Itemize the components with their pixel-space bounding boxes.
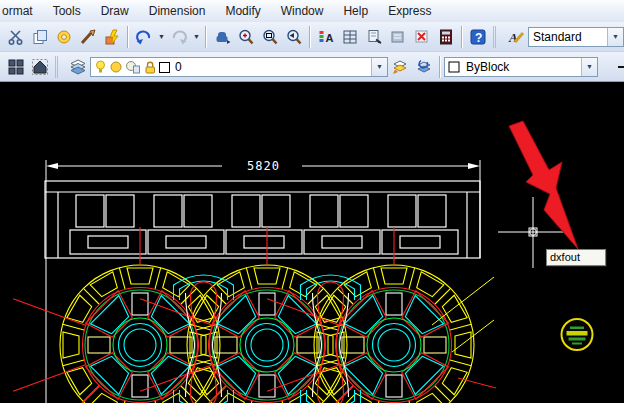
layer-previous-icon[interactable]: [412, 54, 436, 80]
dimension-text: 5820: [247, 159, 280, 173]
menu-modify[interactable]: Modify: [215, 0, 270, 22]
pan-icon[interactable]: [210, 24, 234, 50]
zoom-realtime-icon[interactable]: [234, 24, 258, 50]
layers-icon[interactable]: [66, 54, 90, 80]
square-panels: [76, 195, 446, 227]
watermark-logo: [562, 319, 593, 350]
autocad-window: ormat Tools Draw Dimension Modify Window…: [0, 0, 624, 403]
help-icon[interactable]: ?: [466, 24, 490, 50]
layer-thaw-sun-icon[interactable]: [109, 59, 123, 75]
menu-help[interactable]: Help: [333, 0, 378, 22]
construction-line-red: [458, 378, 496, 388]
zoom-previous-icon[interactable]: [282, 24, 306, 50]
menu-tools[interactable]: Tools: [43, 0, 91, 22]
layer-color-swatch[interactable]: [159, 59, 171, 75]
markup-icon[interactable]: [410, 24, 434, 50]
drawing-area[interactable]: 5820: [0, 82, 624, 403]
text-style-icon[interactable]: A: [504, 24, 528, 50]
design-center-icon[interactable]: [338, 24, 362, 50]
color-dropdown-icon[interactable]: ▼: [581, 58, 597, 76]
paste-icon[interactable]: [52, 24, 76, 50]
copy-icon[interactable]: [28, 24, 52, 50]
rosette-wheels: [13, 227, 496, 403]
menu-window[interactable]: Window: [271, 0, 334, 22]
layer-states-icon[interactable]: [388, 54, 412, 80]
svg-text:A: A: [326, 32, 334, 44]
text-style-combobox[interactable]: Standard ▼: [528, 27, 624, 47]
layer-combobox[interactable]: 0 ▼: [90, 57, 388, 77]
cabinet-panel: [45, 181, 480, 258]
annotation-arrow: [509, 121, 578, 249]
toolbar-separator: [439, 56, 441, 78]
standard-toolbar: ▼ ▼ A: [0, 22, 624, 52]
toolbar-separator: [127, 26, 129, 48]
current-color-swatch: [448, 59, 462, 75]
text-style-value: Standard: [529, 30, 607, 44]
undo-dropdown-icon[interactable]: ▼: [156, 25, 167, 49]
cad-drawing: 5820: [0, 82, 624, 403]
color-value: ByBlock: [462, 60, 581, 74]
color-combobox[interactable]: ByBlock ▼: [444, 57, 598, 77]
cut-icon[interactable]: [4, 24, 28, 50]
properties-icon[interactable]: A: [314, 24, 338, 50]
clipped-line-icon[interactable]: [616, 55, 624, 79]
svg-text:?: ?: [475, 30, 482, 44]
layer-on-bulb-icon[interactable]: [94, 59, 107, 75]
layer-freeze-viewport-icon[interactable]: [125, 59, 141, 75]
command-tooltip: dxfout: [546, 249, 606, 266]
layer-lock-icon[interactable]: [143, 59, 157, 75]
sheet-set-manager-icon[interactable]: [386, 24, 410, 50]
svg-text:A: A: [508, 30, 518, 45]
construction-lines-yellow: [432, 277, 494, 352]
zoom-window-icon[interactable]: [258, 24, 282, 50]
match-properties-icon[interactable]: [76, 24, 100, 50]
toolbar-separator: [205, 26, 207, 48]
home-icon[interactable]: [28, 54, 52, 80]
undo-icon[interactable]: [132, 24, 156, 50]
menu-express[interactable]: Express: [378, 0, 441, 22]
toolbar-separator: [309, 26, 311, 48]
toolbar-grip[interactable]: [493, 26, 501, 48]
redo-dropdown-icon[interactable]: ▼: [191, 25, 202, 49]
menu-dimension[interactable]: Dimension: [139, 0, 216, 22]
menu-bar: ormat Tools Draw Dimension Modify Window…: [0, 0, 624, 23]
layer-dropdown-icon[interactable]: ▼: [371, 58, 387, 76]
property-painter-icon[interactable]: [100, 24, 124, 50]
layer-value: 0: [171, 60, 371, 74]
redo-icon[interactable]: [167, 24, 191, 50]
menu-draw[interactable]: Draw: [91, 0, 139, 22]
tool-palettes-icon[interactable]: [362, 24, 386, 50]
drawer-panels: [70, 230, 458, 254]
toolbar-separator: [461, 26, 463, 48]
blocks-icon[interactable]: [4, 54, 28, 80]
menu-format[interactable]: ormat: [0, 0, 43, 22]
text-style-dropdown-icon[interactable]: ▼: [607, 28, 623, 46]
quick-calc-icon[interactable]: [434, 24, 458, 50]
layers-toolbar: 0 ▼ ByBlock ▼: [0, 52, 624, 82]
toolbar-grip[interactable]: [55, 56, 63, 78]
